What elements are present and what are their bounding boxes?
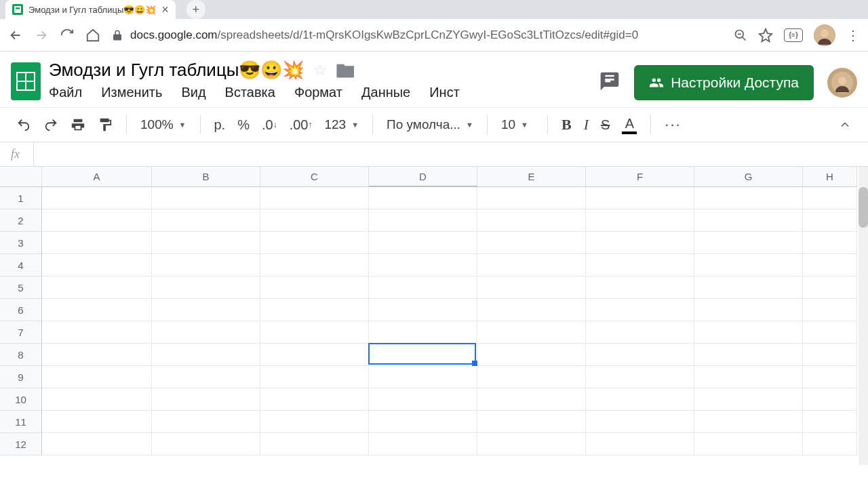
cell[interactable] [803,277,857,299]
cell[interactable] [42,411,152,433]
extension-icon[interactable]: {≡} [784,28,803,42]
cell[interactable] [803,187,857,209]
row-header-3[interactable]: 3 [0,232,42,254]
currency-button[interactable]: р. [210,115,230,136]
cell[interactable] [694,366,803,388]
row-header-1[interactable]: 1 [0,187,42,209]
home-button[interactable] [85,28,100,43]
cell[interactable] [694,299,803,321]
font-size-dropdown[interactable]: 10▼ [497,117,538,132]
print-button[interactable] [66,115,90,135]
address-bar[interactable]: docs.google.com/spreadsheets/d/1t-mQrsKO… [111,28,723,42]
cell[interactable] [369,433,477,455]
document-title[interactable]: Эмодзи и Гугл таблицы😎😀💥 [49,60,304,81]
cell[interactable] [477,366,586,388]
cell[interactable] [152,344,260,366]
share-button[interactable]: Настройки Доступа [634,65,814,100]
row-header-7[interactable]: 7 [0,321,42,344]
browser-menu-icon[interactable]: ⋮ [846,27,860,43]
cell[interactable] [260,254,369,277]
more-toolbar-button[interactable]: ··· [660,113,685,136]
cell[interactable] [369,187,477,209]
cell[interactable] [42,321,152,344]
column-header-H[interactable]: H [803,167,857,187]
column-header-A[interactable]: A [42,167,152,187]
collapse-toolbar-button[interactable] [834,115,856,134]
zoom-dropdown[interactable]: 100%▼ [136,117,191,132]
cell[interactable] [152,277,260,299]
cell[interactable] [694,411,803,433]
account-avatar[interactable] [827,68,857,98]
cell[interactable] [803,366,857,388]
cell[interactable] [42,254,152,277]
cell[interactable] [477,299,586,321]
menu-данные[interactable]: Данные [361,85,410,100]
cell[interactable] [152,187,260,209]
cell[interactable] [477,388,586,411]
cell[interactable] [152,433,260,455]
cell[interactable] [477,232,586,254]
cell[interactable] [42,433,152,455]
cell[interactable] [42,187,152,209]
cell[interactable] [152,366,260,388]
bookmark-icon[interactable] [758,28,773,43]
cell[interactable] [803,433,857,455]
cell[interactable] [42,277,152,299]
menu-вставка[interactable]: Вставка [225,85,275,100]
cell[interactable] [260,411,369,433]
menu-файл[interactable]: Файл [49,85,82,100]
cell[interactable] [260,388,369,411]
column-header-F[interactable]: F [586,167,694,187]
reload-button[interactable] [60,28,75,43]
cell[interactable] [694,433,803,455]
cell[interactable] [803,254,857,277]
paint-format-button[interactable] [94,115,117,135]
row-header-4[interactable]: 4 [0,254,42,277]
cell[interactable] [369,366,477,388]
percent-button[interactable]: % [233,115,254,136]
cell[interactable] [42,232,152,254]
zoom-icon[interactable] [734,28,747,42]
cell[interactable] [586,321,694,344]
cell[interactable] [586,344,694,366]
cell[interactable] [586,254,694,277]
cell[interactable] [803,299,857,321]
cell[interactable] [694,344,803,366]
cell[interactable] [152,321,260,344]
cell[interactable] [477,187,586,209]
row-header-8[interactable]: 8 [0,344,42,366]
column-header-G[interactable]: G [694,167,803,187]
cell[interactable] [586,187,694,209]
cell[interactable] [369,344,477,366]
cell[interactable] [586,209,694,232]
menu-изменить[interactable]: Изменить [101,85,162,100]
row-header-9[interactable]: 9 [0,366,42,388]
cell[interactable] [260,344,369,366]
forward-button[interactable] [34,28,49,43]
menu-формат[interactable]: Формат [294,85,342,100]
close-tab-icon[interactable]: × [161,3,169,17]
cell[interactable] [803,344,857,366]
bold-button[interactable]: B [557,113,576,136]
cell[interactable] [477,277,586,299]
cell[interactable] [477,433,586,455]
star-icon[interactable]: ☆ [313,62,327,79]
cell[interactable] [369,411,477,433]
browser-tab[interactable]: Эмодзи и Гугл таблицы😎😀💥 × [5,0,176,19]
cell[interactable] [477,254,586,277]
cell[interactable] [42,299,152,321]
row-header-12[interactable]: 12 [0,433,42,455]
cell[interactable] [694,277,803,299]
cell[interactable] [42,209,152,232]
strikethrough-button[interactable]: S [597,115,614,136]
text-color-button[interactable]: A [618,113,641,137]
cell[interactable] [694,254,803,277]
cell[interactable] [260,232,369,254]
font-dropdown[interactable]: По умолча...▼ [382,117,477,132]
cell[interactable] [369,277,477,299]
cell[interactable] [369,321,477,344]
profile-avatar[interactable] [814,24,835,46]
cell[interactable] [694,388,803,411]
cell[interactable] [586,366,694,388]
sheets-logo[interactable] [11,62,41,100]
